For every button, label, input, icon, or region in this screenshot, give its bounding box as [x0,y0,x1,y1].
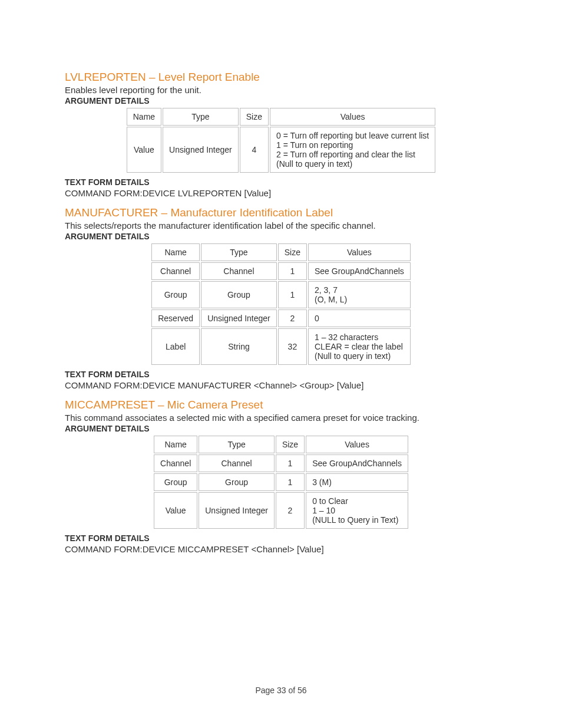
command-form: COMMAND FORM:DEVICE LVLREPORTEN [Value] [65,188,497,198]
cell-name: Channel [151,262,200,280]
cell-size: 4 [240,127,269,173]
cell-size: 1 [276,473,305,491]
cell-type: String [201,328,277,365]
text-form-details-heading: TEXT FORM DETAILS [65,533,497,543]
cell-values: 1 – 32 characters CLEAR = clear the labe… [308,328,411,365]
col-values: Values [270,108,435,126]
col-name: Name [154,436,197,453]
cell-values: See GroupAndChannels [308,262,411,280]
col-type: Type [201,243,277,261]
table-header-row: Name Type Size Values [151,243,411,261]
argument-table: Name Type Size Values Channel Channel 1 … [150,242,412,366]
table-row: Group Group 1 2, 3, 7 (O, M, L) [151,281,411,308]
cell-name: Label [151,328,200,365]
page: LVLREPORTEN – Level Report Enable Enable… [0,0,562,728]
argument-details-heading: ARGUMENT DETAILS [65,96,497,106]
table-row: Label String 32 1 – 32 characters CLEAR … [151,328,411,365]
text-form-details-heading: TEXT FORM DETAILS [65,370,497,379]
table-header-row: Name Type Size Values [154,436,408,453]
col-size: Size [240,108,269,126]
section-title: MANUFACTURER – Manufacturer Identificati… [65,206,497,219]
cell-type: Channel [199,454,275,472]
col-size: Size [276,436,305,453]
col-name: Name [151,243,200,261]
cell-values: 2, 3, 7 (O, M, L) [308,281,411,308]
cell-values: 3 (M) [306,473,408,491]
cell-name: Channel [154,454,197,472]
cell-values: 0 = Turn off reporting but leave current… [270,127,435,173]
cell-values: 0 to Clear 1 – 10 (NULL to Query in Text… [306,492,408,529]
cell-type: Unsigned Integer [199,492,275,529]
command-form: COMMAND FORM:DEVICE MICCAMPRESET <Channe… [65,544,497,554]
table-row: Value Unsigned Integer 2 0 to Clear 1 – … [154,492,408,529]
section-desc: This selects/reports the manufacturer id… [65,220,497,230]
section-desc: Enables level reporting for the unit. [65,85,497,95]
argument-table: Name Type Size Values Channel Channel 1 … [153,434,409,530]
cell-name: Value [127,127,161,173]
col-type: Type [199,436,275,453]
cell-size: 2 [276,492,305,529]
cell-type: Unsigned Integer [201,309,277,327]
cell-size: 1 [278,281,307,308]
cell-type: Group [201,281,277,308]
table-row: Group Group 1 3 (M) [154,473,408,491]
col-type: Type [163,108,239,126]
command-form: COMMAND FORM:DEVICE MANUFACTURER <Channe… [65,380,497,390]
table-row: Channel Channel 1 See GroupAndChannels [151,262,411,280]
cell-type: Group [199,473,275,491]
col-name: Name [127,108,161,126]
section-lvlreporten: LVLREPORTEN – Level Report Enable Enable… [65,71,497,198]
table-header-row: Name Type Size Values [127,108,436,126]
table-row: Channel Channel 1 See GroupAndChannels [154,454,408,472]
argument-details-heading: ARGUMENT DETAILS [65,424,497,433]
col-values: Values [306,436,408,453]
col-size: Size [278,243,307,261]
cell-type: Unsigned Integer [163,127,239,173]
cell-type: Channel [201,262,277,280]
cell-name: Group [154,473,197,491]
col-values: Values [308,243,411,261]
cell-values: See GroupAndChannels [306,454,408,472]
page-footer: Page 33 of 56 [0,686,562,695]
table-row: Reserved Unsigned Integer 2 0 [151,309,411,327]
cell-size: 2 [278,309,307,327]
table-row: Value Unsigned Integer 4 0 = Turn off re… [127,127,436,173]
text-form-details-heading: TEXT FORM DETAILS [65,177,497,187]
argument-table: Name Type Size Values Value Unsigned Int… [125,107,437,174]
cell-size: 32 [278,328,307,365]
cell-name: Group [151,281,200,308]
argument-details-heading: ARGUMENT DETAILS [65,232,497,241]
section-manufacturer: MANUFACTURER – Manufacturer Identificati… [65,206,497,390]
cell-size: 1 [278,262,307,280]
cell-size: 1 [276,454,305,472]
cell-name: Reserved [151,309,200,327]
cell-values: 0 [308,309,411,327]
section-title: MICCAMPRESET – Mic Camera Preset [65,398,497,411]
section-desc: This command associates a selected mic w… [65,413,497,423]
cell-name: Value [154,492,197,529]
section-miccampreset: MICCAMPRESET – Mic Camera Preset This co… [65,398,497,554]
section-title: LVLREPORTEN – Level Report Enable [65,71,497,84]
